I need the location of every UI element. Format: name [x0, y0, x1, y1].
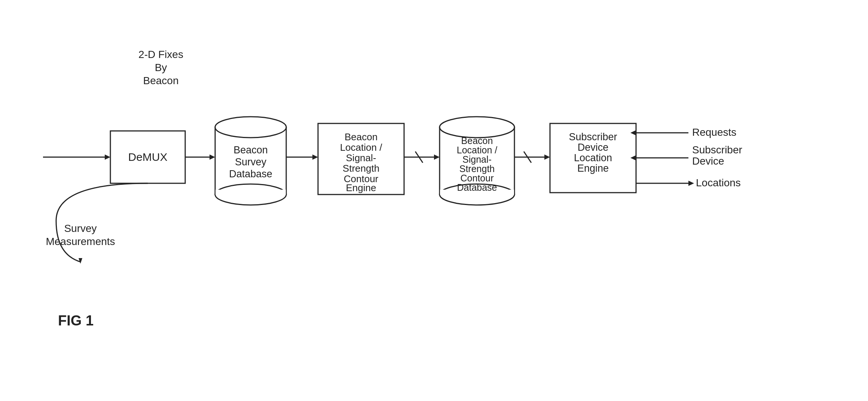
beacon-location-engine-label-2: Location / — [340, 142, 383, 153]
two-d-fixes-label-by: By — [155, 62, 167, 73]
fig-label: FIG 1 — [58, 313, 94, 328]
beacon-location-db-label-6: Database — [457, 182, 497, 193]
beacon-location-engine-label-1: Beacon — [345, 131, 378, 143]
diagram-container: 2-D Fixes By Beacon Survey Measurements … — [0, 0, 868, 401]
beacon-survey-db-top — [215, 117, 286, 138]
beacon-location-db-label-4: Strength — [459, 163, 495, 174]
demux-label: DeMUX — [128, 151, 167, 163]
beacon-location-db-label-2: Location / — [457, 145, 497, 155]
two-d-fixes-label: 2-D Fixes — [138, 49, 183, 60]
survey-measurements-label-1: Survey — [64, 223, 97, 234]
two-d-fixes-label-beacon: Beacon — [143, 75, 179, 86]
beacon-location-engine-label-4: Strength — [343, 163, 379, 174]
beacon-survey-db-label-2: Survey — [235, 156, 267, 168]
subscriber-engine-label-4: Engine — [577, 163, 609, 174]
beacon-location-db-top — [440, 117, 514, 138]
beacon-location-engine-label-3: Signal- — [346, 152, 376, 163]
beacon-survey-db-label-1: Beacon — [233, 144, 268, 156]
subscriber-device-label-2: Device — [692, 155, 724, 167]
subscriber-engine-label-2: Device — [578, 142, 609, 153]
beacon-location-engine-label-6: Engine — [346, 182, 376, 193]
beacon-location-db-label-3: Signal- — [462, 154, 492, 165]
subscriber-engine-label-1: Subscriber — [569, 131, 617, 143]
locations-label: Locations — [696, 177, 741, 189]
requests-label: Requests — [692, 126, 736, 138]
beacon-location-db-label-1: Beacon — [461, 135, 493, 146]
beacon-location-db-label-5: Contour — [461, 173, 494, 183]
subscriber-engine-label-3: Location — [574, 152, 612, 163]
survey-measurements-label-2: Measurements — [46, 236, 115, 247]
svg-rect-5 — [216, 190, 286, 195]
subscriber-device-label-1: Subscriber — [692, 144, 742, 156]
svg-rect-0 — [0, 0, 868, 401]
beacon-survey-db-label-3: Database — [229, 168, 272, 180]
